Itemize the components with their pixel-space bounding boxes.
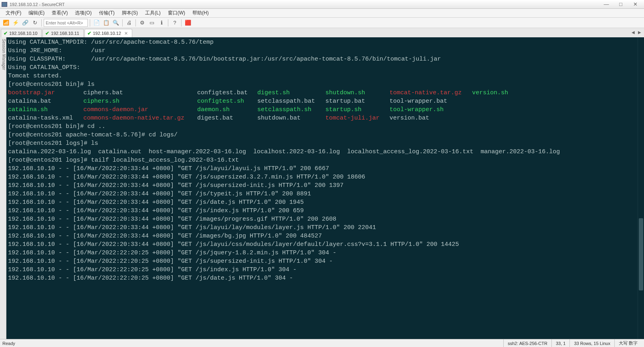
status-size: 33 Rows, 15 Linux xyxy=(569,339,614,347)
ls-entry: configtest.bat xyxy=(197,89,257,97)
ls-entry: catalina-tasks.xml xyxy=(8,114,83,122)
terminal-line: 192.168.10.10 - - [16/Mar/2022:20:33:44 … xyxy=(8,223,636,232)
session-tab-1[interactable]: ✔192.168.10.11 xyxy=(42,29,83,37)
terminal-line: 192.168.10.10 - - [16/Mar/2022:20:33:44 … xyxy=(8,207,636,215)
menu-6[interactable]: 工具(L) xyxy=(142,9,164,17)
terminal-line: 192.168.10.10 - - [16/Mar/2022:22:20:25 … xyxy=(8,257,636,266)
terminal-line: [root@centos201 logs]# tailf localhost_a… xyxy=(8,156,636,164)
session-manager-sidebar[interactable]: Session Manager xyxy=(0,37,6,339)
ls-entry xyxy=(472,97,636,106)
menu-2[interactable]: 查看(V) xyxy=(48,9,71,17)
ls-entry: catalina.sh xyxy=(8,106,83,114)
ls-entry xyxy=(472,106,636,114)
print-icon[interactable]: 🖨 xyxy=(125,18,133,27)
status-cursor-pos: 33, 1 xyxy=(551,339,569,347)
info-icon[interactable]: ℹ xyxy=(157,18,166,27)
app-icon xyxy=(2,2,7,7)
settings-icon[interactable]: ⚙ xyxy=(138,18,147,27)
menu-1[interactable]: 编辑(E) xyxy=(25,9,48,17)
ls-entry: configtest.sh xyxy=(197,97,257,106)
terminal-line: 192.168.10.10 - - [16/Mar/2022:20:33:44 … xyxy=(8,215,636,223)
terminal-line: 192.168.10.10 - - [16/Mar/2022:20:33:44 … xyxy=(8,190,636,198)
refresh-icon[interactable]: ↻ xyxy=(30,18,39,27)
terminal-line: 192.168.10.10 - - [16/Mar/2022:22:20:25 … xyxy=(8,266,636,274)
terminal-line: [root@centos201 logs]# ls xyxy=(8,139,636,148)
ls-entry: setclasspath.sh xyxy=(257,106,325,114)
copy-icon[interactable]: 📄 xyxy=(92,18,101,27)
toolbar-separator xyxy=(122,19,123,26)
ls-entry: catalina.bat xyxy=(8,97,83,106)
terminal-line: 192.168.10.10 - - [16/Mar/2022:20:33:44 … xyxy=(8,181,636,190)
tab-label: 192.168.10.11 xyxy=(51,31,79,36)
menubar: 文件(F)编辑(E)查看(V)选项(O)传输(T)脚本(S)工具(L)窗口(W)… xyxy=(0,9,644,18)
ls-entry: tomcat-juli.jar xyxy=(325,114,390,122)
session-tab-2[interactable]: ✔192.168.10.12✕ xyxy=(85,29,132,37)
ls-output: bootstrap.jarciphers.batconfigtest.batdi… xyxy=(8,89,636,122)
help-icon[interactable]: ? xyxy=(170,18,179,27)
bolt-icon[interactable]: ⚡ xyxy=(11,18,20,27)
terminal[interactable]: Using CATALINA_TMPDIR: /usr/src/apache-t… xyxy=(6,37,638,339)
ls-entry: commons-daemon.jar xyxy=(83,106,197,114)
menu-7[interactable]: 窗口(W) xyxy=(165,9,188,17)
connected-icon: ✔ xyxy=(45,30,49,36)
scrollbar-thumb[interactable] xyxy=(639,218,643,290)
ls-entry: startup.sh xyxy=(325,106,390,114)
host-input[interactable] xyxy=(44,19,88,27)
terminal-line: Using CATALINA_OPTS: xyxy=(8,63,636,72)
maximize-button[interactable]: □ xyxy=(614,0,628,8)
ls-entry: digest.bat xyxy=(197,114,257,122)
ls-entry: bootstrap.jar xyxy=(8,89,83,97)
record-icon[interactable]: 🟥 xyxy=(184,18,192,27)
terminal-line: 192.168.10.10 - - [16/Mar/2022:20:33:44 … xyxy=(8,232,636,240)
titlebar: 192.168.10.12 - SecureCRT — □ ✕ xyxy=(0,0,644,9)
tab-close-icon[interactable]: ✕ xyxy=(124,31,128,36)
menu-0[interactable]: 文件(F) xyxy=(2,9,24,17)
toolbar-separator xyxy=(181,19,182,26)
ls-entry: startup.bat xyxy=(325,97,390,106)
tab-label: 192.168.10.10 xyxy=(9,31,37,36)
menu-8[interactable]: 帮助(H) xyxy=(189,9,212,17)
find-icon[interactable]: 🔍 xyxy=(111,18,120,27)
close-button[interactable]: ✕ xyxy=(628,0,642,8)
terminal-line: [root@centos201 apache-tomcat-8.5.76]# c… xyxy=(8,131,636,139)
paste-icon[interactable]: 📋 xyxy=(102,18,111,27)
status-caps: 大写 数字 xyxy=(614,339,642,347)
statusbar: Ready ssh2: AES-256-CTR 33, 1 33 Rows, 1… xyxy=(0,339,644,347)
terminal-line: 192.168.10.10 - - [16/Mar/2022:20:33:44 … xyxy=(8,198,636,207)
ls-entry xyxy=(472,114,636,122)
ls-entry: tool-wrapper.bat xyxy=(390,97,472,106)
window-title: 192.168.10.12 - SecureCRT xyxy=(10,2,599,7)
terminal-line: catalina.2022-03-16.log catalina.out hos… xyxy=(8,148,636,156)
menu-3[interactable]: 选项(O) xyxy=(72,9,95,17)
monitor-icon[interactable]: ▭ xyxy=(147,18,156,27)
terminal-line: Using CATALINA_TMPDIR: /usr/src/apache-t… xyxy=(8,38,636,47)
connected-icon: ✔ xyxy=(87,30,91,36)
link-icon[interactable]: 🔗 xyxy=(21,18,30,27)
ls-entry: digest.sh xyxy=(257,89,325,97)
vertical-scrollbar[interactable] xyxy=(638,37,644,339)
ls-entry: ciphers.sh xyxy=(83,97,197,106)
reconnect-icon[interactable]: 📶 xyxy=(2,18,10,27)
ls-entry: tool-wrapper.sh xyxy=(390,106,472,114)
terminal-line: 192.168.10.10 - - [16/Mar/2022:22:20:25 … xyxy=(8,274,636,282)
ls-entry: setclasspath.bat xyxy=(257,97,325,106)
minimize-button[interactable]: — xyxy=(599,0,614,8)
session-tab-0[interactable]: ✔192.168.10.10 xyxy=(1,29,42,37)
terminal-line: 192.168.10.10 - - [16/Mar/2022:22:20:25 … xyxy=(8,249,636,257)
terminal-line: [root@centos201 bin]# cd .. xyxy=(8,122,636,131)
status-ready: Ready xyxy=(2,341,15,346)
toolbar-separator xyxy=(41,19,42,26)
ls-entry: tomcat-native.tar.gz xyxy=(390,89,472,97)
terminal-line: 192.168.10.10 - - [16/Mar/2022:20:33:44 … xyxy=(8,173,636,181)
toolbar: 📶 ⚡ 🔗 ↻ 📄 📋 🔍 🖨 ⚙ ▭ ℹ ? 🟥 xyxy=(0,18,644,28)
ls-entry: version.sh xyxy=(472,89,636,97)
terminal-line: Using JRE_HOME: /usr xyxy=(8,47,636,55)
menu-5[interactable]: 脚本(S) xyxy=(119,9,141,17)
ls-entry: shutdown.sh xyxy=(325,89,390,97)
menu-4[interactable]: 传输(T) xyxy=(96,9,118,17)
tabbar: ✔192.168.10.10✔192.168.10.11✔192.168.10.… xyxy=(0,28,644,37)
status-protocol: ssh2: AES-256-CTR xyxy=(503,339,551,347)
terminal-line: 192.168.10.10 - - [16/Mar/2022:20:33:44 … xyxy=(8,164,636,173)
tab-next-icon[interactable]: ▶ xyxy=(637,29,642,35)
tab-prev-icon[interactable]: ◀ xyxy=(630,29,636,35)
